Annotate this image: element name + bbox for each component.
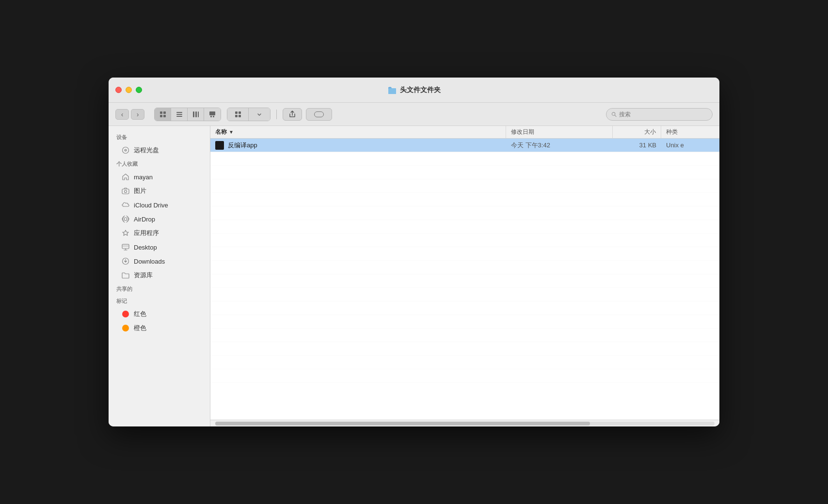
group-button[interactable] [227, 108, 249, 121]
svg-rect-15 [235, 115, 238, 117]
desktop-icon [121, 243, 130, 252]
sidebar-item-red-tag[interactable]: 红色 [111, 307, 207, 321]
svg-rect-16 [239, 115, 241, 117]
sidebar-item-label: 红色 [134, 310, 146, 318]
svg-rect-9 [198, 111, 199, 117]
folder-icon [387, 86, 397, 94]
titlebar-center: 头文件文件夹 [387, 86, 441, 94]
view-list-button[interactable] [171, 108, 188, 121]
back-button[interactable]: ‹ [115, 109, 129, 120]
sidebar: 设备 远程光盘 个人收藏 mayan 图片 [109, 126, 210, 426]
scrollbar-thumb [215, 422, 590, 425]
action-dropdown-button[interactable] [249, 108, 270, 121]
file-name-cell: 反编译app [210, 141, 506, 150]
file-row[interactable]: 反编译app 今天 下午3:42 31 KB Unix e [210, 139, 719, 152]
maximize-button[interactable] [136, 87, 142, 93]
sidebar-item-label: 橙色 [134, 324, 146, 332]
share-button[interactable] [283, 108, 302, 121]
view-cover-button[interactable] [204, 108, 221, 121]
sidebar-item-label: 应用程序 [134, 229, 159, 237]
titlebar: 头文件文件夹 [109, 78, 719, 103]
svg-rect-2 [160, 115, 162, 117]
svg-rect-1 [163, 111, 166, 114]
file-modified: 今天 下午3:42 [506, 141, 613, 150]
disc-icon [121, 146, 130, 155]
search-box[interactable] [606, 108, 713, 121]
sort-arrow: ▼ [229, 129, 234, 135]
traffic-lights [115, 87, 142, 93]
sidebar-item-icloud[interactable]: iCloud Drive [111, 198, 207, 212]
col-header-name[interactable]: 名称 ▼ [210, 126, 506, 138]
downloads-icon [121, 257, 130, 266]
svg-rect-4 [176, 112, 182, 113]
sidebar-item-label: 远程光盘 [134, 146, 159, 155]
svg-rect-17 [315, 111, 324, 117]
search-input[interactable] [619, 111, 707, 118]
col-header-kind[interactable]: 种类 [661, 126, 719, 138]
apps-icon [121, 229, 130, 237]
orange-tag-icon [121, 324, 130, 332]
sidebar-item-orange-tag[interactable]: 橙色 [111, 321, 207, 335]
group-view-buttons [227, 108, 271, 121]
file-name: 反编译app [228, 141, 257, 150]
svg-rect-27 [122, 244, 129, 247]
svg-rect-8 [195, 111, 197, 117]
scrollbar-track [215, 422, 715, 425]
sidebar-item-mayan[interactable]: mayan [111, 170, 207, 184]
sidebar-item-desktop[interactable]: Desktop [111, 240, 207, 254]
sidebar-item-airdrop[interactable]: AirDrop [111, 212, 207, 226]
sidebar-item-downloads[interactable]: Downloads [111, 254, 207, 268]
col-header-size[interactable]: 大小 [613, 126, 661, 138]
forward-button[interactable]: › [131, 109, 144, 120]
bottom-scrollbar[interactable] [210, 420, 719, 426]
svg-line-19 [615, 115, 616, 116]
sidebar-item-apps[interactable]: 应用程序 [111, 226, 207, 240]
col-header-modified[interactable]: 修改日期 [506, 126, 613, 138]
sidebar-section-devices: 设备 [109, 131, 210, 143]
sidebar-item-label: AirDrop [134, 216, 155, 223]
sidebar-item-label: mayan [134, 173, 153, 181]
file-icon [215, 141, 224, 150]
close-button[interactable] [115, 87, 122, 93]
svg-rect-14 [239, 111, 241, 114]
search-icon [611, 111, 617, 117]
cloud-icon [121, 201, 130, 209]
minimize-button[interactable] [126, 87, 132, 93]
svg-rect-11 [210, 116, 212, 117]
sidebar-item-label: Desktop [134, 244, 157, 251]
svg-point-25 [124, 218, 127, 220]
sidebar-section-favorites: 个人收藏 [109, 158, 210, 170]
view-buttons [154, 108, 221, 121]
sidebar-section-tags: 标记 [109, 295, 210, 307]
file-list-header: 名称 ▼ 修改日期 大小 种类 [210, 126, 719, 139]
nav-buttons: ‹ › [115, 109, 144, 120]
svg-rect-3 [163, 115, 166, 117]
svg-rect-12 [213, 116, 214, 117]
sidebar-item-library[interactable]: 资源库 [111, 268, 207, 282]
svg-rect-23 [122, 189, 129, 194]
svg-rect-0 [160, 111, 162, 114]
svg-point-18 [612, 112, 615, 115]
main-content: 设备 远程光盘 个人收藏 mayan 图片 [109, 126, 719, 426]
home-icon [121, 173, 130, 181]
view-columns-button[interactable] [188, 108, 204, 121]
airdrop-icon [121, 215, 130, 223]
svg-rect-6 [176, 116, 182, 117]
svg-rect-5 [176, 114, 182, 115]
finder-window: 头文件文件夹 ‹ › [109, 78, 719, 426]
sidebar-item-remote-disk[interactable]: 远程光盘 [111, 143, 207, 157]
sidebar-item-photos[interactable]: 图片 [111, 184, 207, 198]
svg-point-22 [125, 150, 126, 151]
view-icon-button[interactable] [155, 108, 171, 121]
svg-rect-13 [235, 111, 238, 114]
sidebar-item-label: 资源库 [134, 271, 153, 280]
tag-button[interactable] [306, 108, 332, 121]
toolbar: ‹ › [109, 103, 719, 126]
folder-icon [121, 271, 130, 280]
window-title: 头文件文件夹 [400, 86, 441, 94]
svg-rect-7 [193, 111, 194, 117]
camera-icon [121, 187, 130, 195]
file-kind: Unix e [661, 142, 719, 149]
file-size: 31 KB [613, 142, 661, 149]
sidebar-item-label: Downloads [134, 258, 165, 265]
